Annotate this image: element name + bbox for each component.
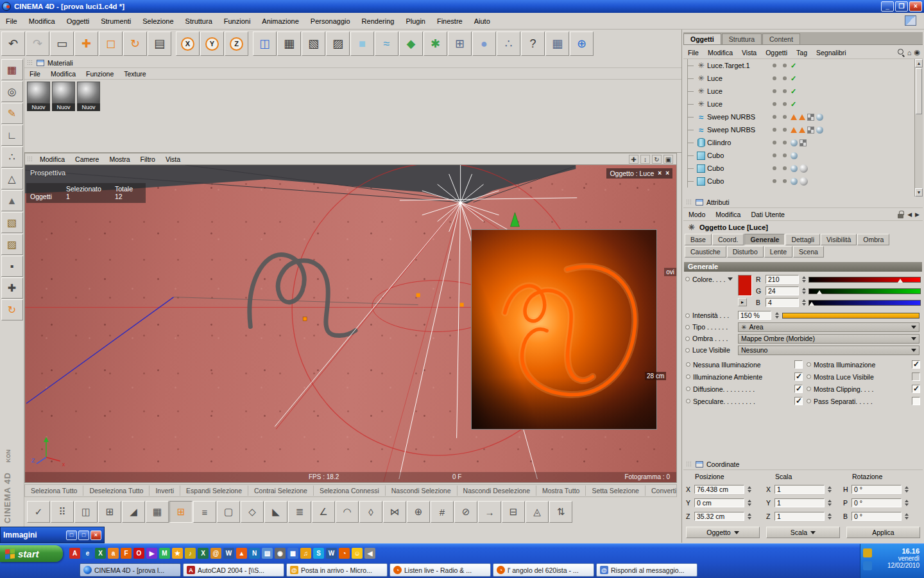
intensita-spinner[interactable] (774, 311, 780, 320)
spinner[interactable] (746, 485, 752, 494)
editor-visibility-dot[interactable] (773, 128, 776, 132)
popout-icon[interactable]: □ (66, 530, 77, 540)
check-tag-icon[interactable] (791, 87, 796, 96)
ombra-dropdown[interactable]: Mappe Ombre (Morbide) (738, 334, 920, 344)
spinner[interactable] (826, 485, 832, 494)
materials-menu-item[interactable]: Funzione (81, 69, 119, 79)
mirror-tool-icon[interactable]: ◫ (74, 501, 98, 523)
menu-item[interactable]: Struttura (180, 15, 218, 27)
r-slider[interactable] (809, 277, 921, 283)
taskbar-task-button[interactable]: AutoCAD 2004 - [\\S... (183, 563, 284, 577)
menu-item[interactable]: Selezione (137, 15, 179, 27)
close-icon[interactable]: × (90, 530, 101, 540)
spinner[interactable] (903, 498, 909, 507)
tipo-dropdown[interactable]: ✳ Area (738, 322, 920, 332)
rotazione-field[interactable]: 0 ° (851, 498, 902, 507)
intensita-field[interactable]: 150 % (738, 311, 771, 320)
live-selection-icon[interactable]: ▭ (50, 31, 74, 56)
editor-visibility-dot[interactable] (773, 64, 776, 67)
rotate-mode-icon[interactable]: ↻ (1, 299, 23, 320)
layout-browser-icon[interactable]: ◎ (1, 81, 23, 102)
selection-command[interactable]: Setta Selezione (586, 486, 646, 496)
immagini-window[interactable]: Immagini □□× (0, 527, 105, 543)
render-visibility-dot[interactable] (783, 166, 787, 170)
minimize-button[interactable]: _ (881, 1, 894, 12)
object-axis-icon[interactable]: ✚ (1, 277, 23, 299)
render-preview-window[interactable] (471, 229, 657, 430)
checker-tag-icon[interactable] (800, 139, 807, 146)
checkmark-tool-icon[interactable]: ✓ (27, 501, 50, 523)
taskbar-task-button[interactable]: Rispondi al messaggio... (596, 563, 697, 577)
render-visibility-dot[interactable] (783, 64, 787, 67)
keyframe-dot[interactable] (685, 325, 690, 329)
corner-tool-icon[interactable]: ∟ (1, 125, 23, 146)
triangle-tag-icon[interactable] (799, 127, 805, 133)
rotate-icon[interactable]: ↻ (123, 31, 147, 56)
checkbox[interactable] (794, 397, 803, 405)
attributes-grip[interactable] (686, 199, 692, 205)
keyframe-dot[interactable] (807, 374, 811, 379)
opera-icon[interactable]: O (133, 548, 144, 559)
winamp-icon[interactable]: ♫ (300, 548, 311, 559)
checkbox[interactable] (912, 360, 920, 369)
editor-visibility-dot[interactable] (773, 153, 776, 157)
viewport-menu-item[interactable]: Vista (160, 154, 185, 164)
checkbox[interactable] (794, 360, 803, 369)
media-player-icon[interactable]: ▶ (146, 548, 157, 559)
object-row[interactable]: Cubo (683, 149, 923, 162)
triangle-tag-icon[interactable] (791, 114, 797, 120)
edges-mode-icon[interactable]: △ (1, 168, 23, 189)
render-visibility-dot[interactable] (783, 153, 787, 157)
taskbar-task-button[interactable]: CINEMA 4D - [prova l... (80, 563, 181, 577)
gimp-icon[interactable]: ◉ (275, 548, 286, 559)
render-view-icon[interactable]: ▦ (277, 31, 301, 56)
rotate-view-icon[interactable]: ↻ (652, 155, 662, 164)
plane-tool-icon[interactable]: ▢ (217, 501, 240, 523)
calc-icon[interactable]: ▦ (287, 548, 298, 559)
selection-command[interactable]: Nascondi Deselezione (458, 486, 536, 496)
viewport-menu-item[interactable]: Mostra (104, 154, 135, 164)
selection-command[interactable]: Nascondi Selezione (386, 486, 458, 496)
keyframe-dot[interactable] (807, 387, 811, 391)
object-manager-menu-item[interactable]: Vista (737, 48, 761, 58)
matrix-tool-icon[interactable]: ▦ (146, 501, 169, 523)
close-button[interactable]: × (909, 1, 922, 12)
spinner[interactable] (746, 512, 752, 521)
disconnect-tool-icon[interactable]: ⊘ (454, 501, 477, 523)
volume-icon[interactable]: ◀ (364, 548, 375, 559)
manager-tab[interactable]: Struttura (722, 33, 762, 44)
materials-menu-item[interactable]: Texture (119, 69, 151, 79)
selection-command[interactable]: Espandi Selezione (180, 486, 248, 496)
start-button[interactable]: start (0, 545, 63, 562)
redo-icon[interactable]: ↷ (26, 31, 49, 56)
viewport-3d-scene[interactable]: Z x Prospettiva SelezionatoTotale Oggett… (25, 165, 676, 482)
edge-tool-icon[interactable]: ◬ (526, 501, 549, 523)
keyframe-dot[interactable] (686, 387, 690, 391)
editor-visibility-dot[interactable] (773, 89, 776, 93)
render-visibility-dot[interactable] (783, 179, 787, 183)
rotazione-field[interactable]: 0 ° (851, 512, 902, 521)
intensita-slider[interactable] (782, 313, 920, 319)
writer-icon[interactable]: N (249, 548, 260, 559)
keyframe-dot[interactable] (807, 399, 811, 403)
attribute-tab[interactable]: Dettagli (785, 234, 820, 245)
material-item[interactable]: Nuov (27, 82, 50, 111)
add-cube-tool-icon[interactable]: ⊞ (169, 501, 193, 523)
viewport-menu-item[interactable]: Camere (70, 154, 104, 164)
object-row[interactable]: Sweep NURBS (683, 110, 923, 123)
polygons-mode-icon[interactable]: ▲ (1, 190, 23, 211)
texture-mode-icon[interactable]: ▧ (1, 212, 23, 233)
coordinate-system-icon[interactable]: ◫ (253, 31, 277, 56)
attribute-tab[interactable]: Visibilità (821, 234, 857, 245)
materials-menu-item[interactable]: Modifica (46, 69, 81, 79)
close-hole-tool-icon[interactable]: ⊟ (502, 501, 525, 523)
word2-icon[interactable]: W (326, 548, 337, 559)
arrow-tool-icon[interactable]: → (478, 501, 501, 523)
g-slider[interactable] (809, 288, 921, 294)
spline-icon[interactable]: ≈ (375, 31, 398, 56)
attributes-menu-item[interactable]: Modo (683, 209, 710, 220)
pan-view-icon[interactable]: ✚ (629, 155, 638, 164)
object-row[interactable]: Luce.Target.1 (683, 59, 923, 72)
phong-tag-icon[interactable] (791, 178, 798, 185)
knife-tool-icon[interactable]: ◇ (241, 501, 264, 523)
